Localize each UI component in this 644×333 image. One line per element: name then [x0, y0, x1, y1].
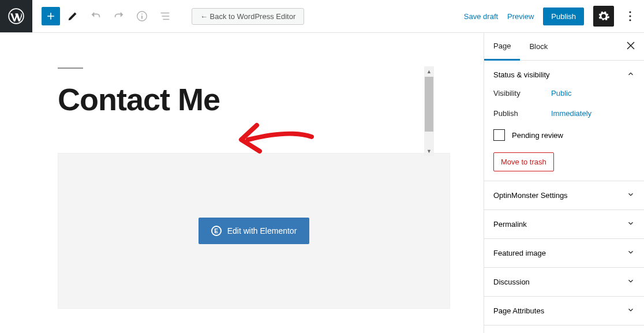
panel-status-heading[interactable]: Status & visibility [484, 61, 644, 89]
elementor-button-label: Edit with Elementor [227, 226, 297, 235]
svg-point-4 [629, 11, 631, 13]
panel-page-attributes: Page Attributes [484, 297, 644, 325]
info-button[interactable] [132, 6, 152, 27]
panel-featured-image: Featured image [484, 239, 644, 268]
publish-button[interactable]: Publish [543, 8, 584, 25]
svg-point-2 [141, 13, 143, 14]
undo-button[interactable] [85, 6, 106, 27]
chevron-down-icon [627, 248, 635, 258]
editor-canvas: Contact Me E Edit with Elementor ▲ ▼ [0, 33, 484, 333]
panel-permalink: Permalink [484, 210, 644, 239]
publish-row: Publish Immediately [493, 109, 635, 118]
sidebar-tabs: Page Block [484, 33, 644, 61]
tab-page[interactable]: Page [484, 33, 520, 61]
panel-permalink-label: Permalink [493, 220, 527, 229]
panel-status-label: Status & visibility [493, 70, 550, 79]
scroll-up-arrow[interactable]: ▲ [424, 66, 434, 76]
tab-block[interactable]: Block [520, 33, 557, 61]
chevron-down-icon [627, 277, 635, 287]
panel-optinmonster-heading[interactable]: OptinMonster Settings [484, 181, 644, 209]
panel-permalink-heading[interactable]: Permalink [484, 210, 644, 238]
panel-featured-image-label: Featured image [493, 249, 546, 257]
close-sidebar-button[interactable] [617, 42, 644, 52]
page-title[interactable]: Contact Me [58, 81, 426, 117]
panel-discussion: Discussion [484, 268, 644, 297]
chevron-up-icon [627, 70, 635, 80]
panel-status-visibility: Status & visibility Visibility Public Pu… [484, 61, 644, 181]
elementor-placeholder: E Edit with Elementor [58, 153, 450, 309]
publish-value[interactable]: Immediately [551, 109, 591, 118]
scrollbar[interactable]: ▲ ▼ [424, 66, 434, 156]
wordpress-logo[interactable] [0, 0, 32, 32]
back-to-wordpress-button[interactable]: ← Back to WordPress Editor [192, 8, 304, 25]
add-block-button[interactable] [42, 7, 60, 25]
visibility-row: Visibility Public [493, 89, 635, 98]
chevron-down-icon [627, 306, 635, 316]
panel-discussion-heading[interactable]: Discussion [484, 268, 644, 296]
chevron-down-icon [627, 219, 635, 229]
panel-page-attributes-heading[interactable]: Page Attributes [484, 297, 644, 325]
chevron-down-icon [627, 190, 635, 200]
scrollbar-thumb[interactable] [425, 77, 433, 132]
redo-button[interactable] [108, 6, 129, 27]
pending-review-checkbox[interactable] [493, 129, 505, 141]
svg-point-5 [629, 15, 631, 17]
panel-page-attributes-label: Page Attributes [493, 306, 544, 315]
panel-featured-image-heading[interactable]: Featured image [484, 239, 644, 267]
visibility-value[interactable]: Public [551, 89, 571, 98]
outline-button[interactable] [155, 6, 175, 27]
pending-review-row: Pending review [493, 129, 635, 141]
toolbar-left: ← Back to WordPress Editor [32, 6, 304, 27]
save-draft-button[interactable]: Save draft [464, 12, 498, 21]
visibility-label: Visibility [493, 89, 551, 98]
svg-point-6 [629, 19, 631, 21]
preview-button[interactable]: Preview [507, 12, 534, 21]
publish-label: Publish [493, 109, 551, 118]
toolbar-right: Save draft Preview Publish [464, 6, 644, 27]
pending-review-label: Pending review [512, 131, 563, 140]
panel-discussion-label: Discussion [493, 278, 530, 286]
settings-button[interactable] [593, 6, 614, 27]
elementor-icon: E [211, 226, 222, 236]
settings-sidebar: Page Block Status & visibility Visibilit… [484, 33, 644, 333]
title-accent-line [58, 68, 83, 69]
top-toolbar: ← Back to WordPress Editor Save draft Pr… [0, 0, 644, 33]
edit-with-elementor-button[interactable]: E Edit with Elementor [199, 218, 310, 244]
panel-optinmonster: OptinMonster Settings [484, 181, 644, 210]
panel-optinmonster-label: OptinMonster Settings [493, 191, 568, 200]
edit-mode-button[interactable] [62, 6, 83, 27]
scroll-down-arrow[interactable]: ▼ [424, 146, 434, 156]
more-options-button[interactable] [623, 6, 637, 27]
move-to-trash-button[interactable]: Move to trash [493, 152, 554, 171]
svg-rect-3 [141, 16, 143, 19]
